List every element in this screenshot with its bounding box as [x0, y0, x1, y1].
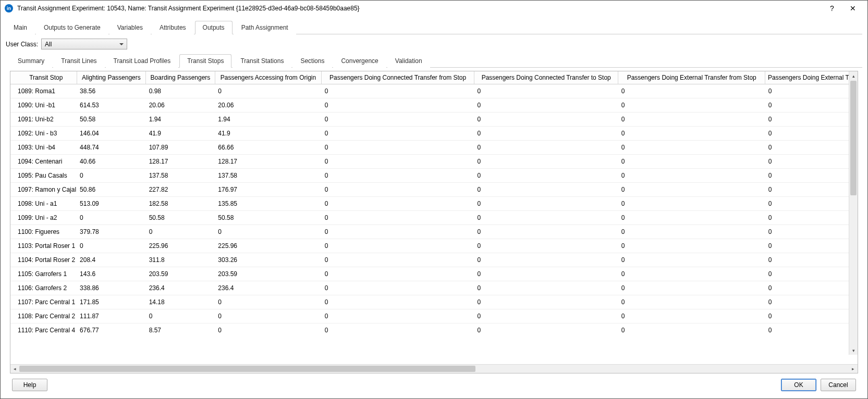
- main-tab-variables[interactable]: Variables: [109, 21, 151, 34]
- cell-orig: 0: [215, 295, 321, 309]
- cell-extfrom: 0: [618, 113, 765, 127]
- cell-from: 0: [322, 295, 474, 309]
- column-header[interactable]: Passengers Doing Connected Transfer from…: [322, 71, 474, 84]
- cell-extto: 0: [765, 84, 858, 98]
- cell-alight: 50.58: [77, 113, 146, 127]
- column-header[interactable]: Passengers Accessing from Origin: [215, 71, 321, 84]
- cell-extto: 0: [765, 155, 858, 169]
- cell-to: 0: [474, 211, 618, 225]
- user-class-label: User Class:: [6, 41, 38, 48]
- table-row[interactable]: 1090: Uni -b1614.5320.0620.060000: [10, 98, 858, 113]
- cell-extto: 0: [765, 127, 858, 141]
- main-tab-main[interactable]: Main: [6, 21, 35, 34]
- hscroll-thumb[interactable]: [19, 366, 475, 372]
- sub-tab-convergence[interactable]: Convergence: [333, 54, 386, 68]
- cell-from: 0: [322, 225, 474, 239]
- cell-to: 0: [474, 155, 618, 169]
- cell-stop: 1094: Centenari: [10, 155, 77, 169]
- cell-orig: 0: [215, 323, 321, 338]
- cell-board: 20.06: [146, 98, 215, 113]
- scroll-left-icon[interactable]: ◂: [10, 365, 19, 373]
- cell-extfrom: 0: [618, 281, 765, 295]
- table-row[interactable]: 1103: Portal Roser 10225.96225.960000: [10, 239, 858, 253]
- hscroll-track[interactable]: [19, 365, 849, 373]
- cell-alight: 40.66: [77, 155, 146, 169]
- cell-to: 0: [474, 253, 618, 267]
- column-header[interactable]: Boarding Passengers: [146, 71, 215, 84]
- table-row[interactable]: 1104: Portal Roser 2208.4311.8303.260000: [10, 253, 858, 267]
- cell-extto: 0: [765, 309, 858, 323]
- table-row[interactable]: 1105: Garrofers 1143.6203.59203.590000: [10, 267, 858, 281]
- cell-to: 0: [474, 141, 618, 155]
- cell-board: 236.4: [146, 281, 215, 295]
- cell-extfrom: 0: [618, 253, 765, 267]
- table-row[interactable]: 1098: Uni - a1513.09182.58135.850000: [10, 197, 858, 211]
- cell-orig: 176.97: [215, 183, 321, 197]
- sub-tab-summary[interactable]: Summary: [10, 54, 52, 68]
- table-row[interactable]: 1106: Garrofers 2338.86236.4236.40000: [10, 281, 858, 295]
- cell-alight: 38.56: [77, 84, 146, 98]
- table-row[interactable]: 1107: Parc Central 1171.8514.1800000: [10, 295, 858, 309]
- cell-from: 0: [322, 141, 474, 155]
- cell-from: 0: [322, 84, 474, 98]
- scroll-down-icon[interactable]: ▾: [849, 346, 858, 355]
- table-row[interactable]: 1093: Uni -b4448.74107.8966.660000: [10, 141, 858, 155]
- scroll-right-icon[interactable]: ▸: [849, 365, 858, 373]
- cell-board: 311.8: [146, 253, 215, 267]
- horizontal-scrollbar[interactable]: ◂ ▸: [10, 364, 858, 373]
- cell-extfrom: 0: [618, 155, 765, 169]
- cell-stop: 1103: Portal Roser 1: [10, 239, 77, 253]
- column-header[interactable]: Transit Stop: [10, 71, 77, 84]
- table-row[interactable]: 1100: Figueres379.78000000: [10, 225, 858, 239]
- main-tab-path-assignment[interactable]: Path Assignment: [234, 21, 296, 34]
- table-row[interactable]: 1091: Uni-b250.581.941.940000: [10, 113, 858, 127]
- ok-button[interactable]: OK: [781, 379, 816, 391]
- column-header[interactable]: Passengers Doing External Tra: [765, 71, 858, 84]
- cell-alight: 614.53: [77, 98, 146, 113]
- table-row[interactable]: 1094: Centenari40.66128.17128.170000: [10, 155, 858, 169]
- cell-board: 203.59: [146, 267, 215, 281]
- table-row[interactable]: 1097: Ramon y Cajal - 250.86227.82176.97…: [10, 183, 858, 197]
- table-row[interactable]: 1089: Roma138.560.9800000: [10, 84, 858, 98]
- main-tab-outputs-to-generate[interactable]: Outputs to Generate: [36, 21, 108, 34]
- column-header[interactable]: Passengers Doing External Transfer from …: [618, 71, 765, 84]
- vscroll-thumb[interactable]: [850, 81, 857, 195]
- sub-tab-transit-stops[interactable]: Transit Stops: [179, 54, 231, 68]
- table-row[interactable]: 1095: Pau Casals0137.58137.580000: [10, 169, 858, 183]
- cancel-button[interactable]: Cancel: [821, 379, 856, 391]
- help-button[interactable]: Help: [12, 379, 47, 391]
- column-header[interactable]: Passengers Doing Connected Transfer to S…: [474, 71, 618, 84]
- cell-orig: 0: [215, 309, 321, 323]
- table-row[interactable]: 1108: Parc Central 2111.87000000: [10, 309, 858, 323]
- close-icon[interactable]: ✕: [842, 1, 863, 16]
- sub-tab-sections[interactable]: Sections: [292, 54, 332, 68]
- cell-orig: 0: [215, 225, 321, 239]
- table-body: 1089: Roma138.560.98000001090: Uni -b161…: [10, 84, 858, 338]
- cell-to: 0: [474, 323, 618, 338]
- cell-extto: 0: [765, 183, 858, 197]
- table-row[interactable]: 1099: Uni - a2050.5850.580000: [10, 211, 858, 225]
- cell-to: 0: [474, 169, 618, 183]
- cell-extfrom: 0: [618, 169, 765, 183]
- cell-extfrom: 0: [618, 197, 765, 211]
- sub-tab-transit-load-profiles[interactable]: Transit Load Profiles: [106, 54, 179, 68]
- scroll-up-icon[interactable]: ▴: [849, 71, 858, 80]
- cell-alight: 448.74: [77, 141, 146, 155]
- main-tab-outputs[interactable]: Outputs: [195, 21, 233, 34]
- sub-tab-transit-lines[interactable]: Transit Lines: [53, 54, 104, 68]
- cell-extfrom: 0: [618, 211, 765, 225]
- cell-extto: 0: [765, 281, 858, 295]
- user-class-select[interactable]: All: [41, 39, 127, 49]
- cell-alight: 338.86: [77, 281, 146, 295]
- sub-tab-transit-stations[interactable]: Transit Stations: [233, 54, 291, 68]
- table-row[interactable]: 1092: Uni - b3146.0441.941.90000: [10, 127, 858, 141]
- sub-tab-validation[interactable]: Validation: [387, 54, 430, 68]
- help-icon[interactable]: ?: [822, 1, 842, 16]
- main-tab-attributes[interactable]: Attributes: [152, 21, 194, 34]
- cell-board: 50.58: [146, 211, 215, 225]
- column-header[interactable]: Alighting Passengers: [77, 71, 146, 84]
- cell-to: 0: [474, 197, 618, 211]
- cell-stop: 1105: Garrofers 1: [10, 267, 77, 281]
- vertical-scrollbar[interactable]: ▴ ▾: [849, 71, 858, 355]
- table-row[interactable]: 1110: Parc Central 4676.778.5700000: [10, 323, 858, 338]
